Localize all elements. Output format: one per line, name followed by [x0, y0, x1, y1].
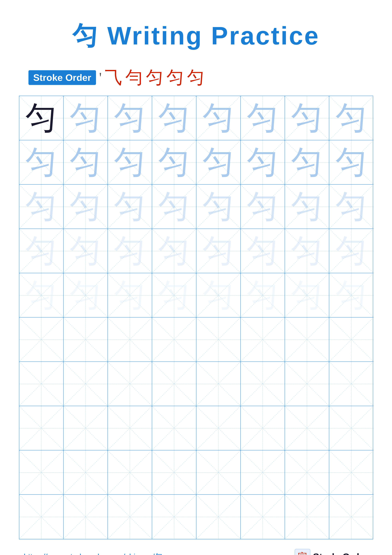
empty-cell[interactable] — [64, 450, 108, 495]
empty-cell[interactable] — [19, 450, 64, 495]
empty-cell[interactable] — [285, 450, 329, 495]
svg-line-102 — [152, 362, 196, 406]
grid-cell[interactable]: 匀 — [285, 185, 329, 229]
grid-cell[interactable]: 匀 — [241, 229, 285, 273]
grid-cell[interactable]: 匀 — [64, 96, 108, 140]
svg-line-86 — [152, 318, 196, 362]
empty-cell[interactable] — [241, 450, 285, 495]
empty-cell[interactable] — [19, 495, 64, 539]
grid-cell[interactable]: 匀 — [19, 185, 64, 229]
practice-char: 匀 — [114, 146, 146, 178]
grid-cell[interactable]: 匀 — [64, 185, 108, 229]
grid-cell[interactable]: 匀 — [64, 273, 108, 318]
empty-cell[interactable] — [285, 362, 329, 406]
grid-cell[interactable]: 匀 — [196, 229, 241, 273]
grid-cell[interactable]: 匀 — [329, 140, 373, 185]
grid-cell[interactable]: 匀 — [19, 96, 64, 140]
empty-cell[interactable] — [108, 362, 152, 406]
grid-cell[interactable]: 匀 — [196, 185, 241, 229]
grid-cell[interactable]: 匀 — [108, 185, 152, 229]
empty-cell[interactable] — [285, 318, 329, 362]
empty-cell[interactable] — [196, 362, 241, 406]
empty-cell[interactable] — [108, 450, 152, 495]
empty-cell[interactable] — [64, 318, 108, 362]
grid-cell[interactable]: 匀 — [108, 140, 152, 185]
grid-cell[interactable]: 匀 — [152, 273, 196, 318]
practice-char: 匀 — [247, 191, 278, 222]
grid-cell[interactable]: 匀 — [152, 140, 196, 185]
grid-cell[interactable]: 匀 — [152, 185, 196, 229]
empty-cell[interactable] — [329, 450, 373, 495]
empty-cell[interactable] — [329, 406, 373, 450]
grid-cell[interactable]: 匀 — [19, 140, 64, 185]
empty-cell[interactable] — [285, 495, 329, 539]
empty-cell[interactable] — [64, 362, 108, 406]
empty-cell[interactable] — [19, 406, 64, 450]
empty-cell[interactable] — [64, 406, 108, 450]
grid-cell[interactable]: 匀 — [329, 229, 373, 273]
practice-char: 匀 — [25, 235, 57, 267]
empty-cell[interactable] — [108, 406, 152, 450]
grid-cell[interactable]: 匀 — [152, 96, 196, 140]
svg-line-84 — [108, 318, 152, 362]
empty-cell[interactable] — [19, 362, 64, 406]
empty-cell[interactable] — [152, 318, 196, 362]
grid-cell[interactable]: 匀 — [329, 273, 373, 318]
grid-cell[interactable]: 匀 — [19, 229, 64, 273]
grid-cell[interactable]: 匀 — [152, 229, 196, 273]
svg-line-89 — [196, 318, 240, 362]
empty-cell[interactable] — [64, 495, 108, 539]
empty-cell[interactable] — [108, 495, 152, 539]
grid-cell[interactable]: 匀 — [285, 273, 329, 318]
svg-line-137 — [196, 450, 240, 494]
svg-line-142 — [329, 450, 373, 494]
grid-cell[interactable]: 匀 — [64, 140, 108, 185]
empty-cell[interactable] — [241, 406, 285, 450]
footer-link[interactable]: https://www.strokeorder.com/chinese/匀 — [24, 552, 163, 555]
empty-cell[interactable] — [108, 318, 152, 362]
grid-cell[interactable]: 匀 — [241, 140, 285, 185]
grid-cell[interactable]: 匀 — [241, 185, 285, 229]
empty-cell[interactable] — [196, 450, 241, 495]
empty-cell[interactable] — [285, 406, 329, 450]
empty-cell[interactable] — [196, 406, 241, 450]
grid-cell[interactable]: 匀 — [196, 96, 241, 140]
empty-cell[interactable] — [241, 495, 285, 539]
grid-cell[interactable]: 匀 — [64, 229, 108, 273]
svg-line-158 — [329, 495, 373, 539]
grid-cell[interactable]: 匀 — [329, 96, 373, 140]
grid-cell[interactable]: 匀 — [285, 229, 329, 273]
svg-line-82 — [64, 318, 107, 362]
svg-line-116 — [108, 406, 152, 450]
grid-cell[interactable]: 匀 — [329, 185, 373, 229]
grid-cell[interactable]: 匀 — [196, 140, 241, 185]
practice-grid: 匀 匀 匀 匀 匀 匀 匀 匀 — [19, 96, 373, 539]
empty-cell[interactable] — [329, 318, 373, 362]
empty-cell[interactable] — [196, 318, 241, 362]
grid-cell[interactable]: 匀 — [241, 273, 285, 318]
grid-cell[interactable]: 匀 — [108, 96, 152, 140]
svg-line-80 — [19, 318, 63, 362]
grid-cell[interactable]: 匀 — [108, 229, 152, 273]
svg-line-147 — [64, 495, 107, 539]
empty-cell[interactable] — [329, 495, 373, 539]
svg-line-87 — [152, 318, 196, 362]
grid-cell[interactable]: 匀 — [241, 96, 285, 140]
empty-cell[interactable] — [241, 362, 285, 406]
grid-cell[interactable]: 匀 — [19, 273, 64, 318]
empty-cell[interactable] — [152, 450, 196, 495]
stroke-4: 匀 — [146, 66, 165, 89]
grid-cell[interactable]: 匀 — [285, 96, 329, 140]
empty-cell[interactable] — [152, 362, 196, 406]
svg-line-154 — [241, 495, 285, 539]
grid-cell[interactable]: 匀 — [285, 140, 329, 185]
empty-cell[interactable] — [329, 362, 373, 406]
empty-cell[interactable] — [19, 318, 64, 362]
empty-cell[interactable] — [241, 318, 285, 362]
grid-cell[interactable]: 匀 — [108, 273, 152, 318]
empty-cell[interactable] — [152, 406, 196, 450]
empty-cell[interactable] — [152, 495, 196, 539]
practice-char: 匀 — [291, 191, 323, 222]
grid-cell[interactable]: 匀 — [196, 273, 241, 318]
empty-cell[interactable] — [196, 495, 241, 539]
